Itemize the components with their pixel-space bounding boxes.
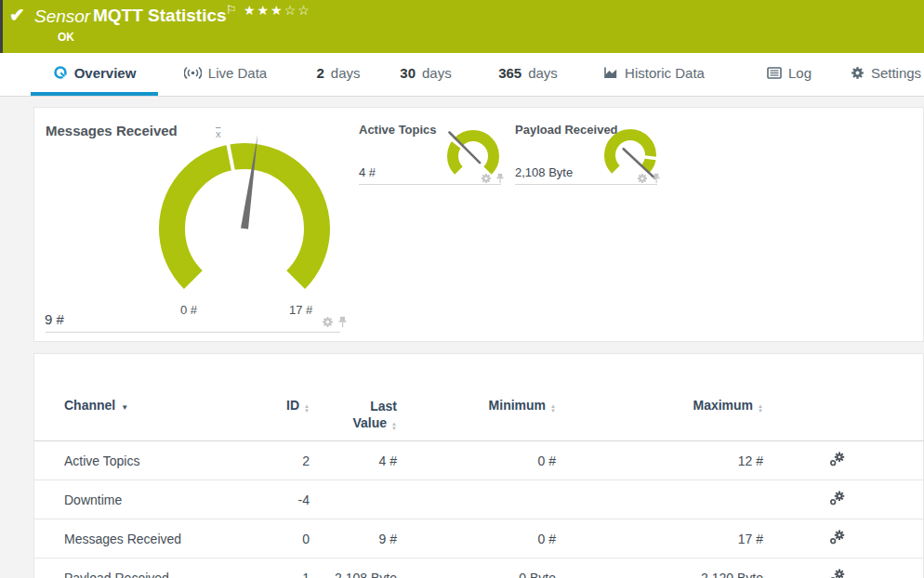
tab-overview-label: Overview (74, 65, 137, 81)
status-check-icon: ✔ (9, 4, 25, 26)
table-row[interactable]: Payload Received 1 2,108 Byte 0 Byte 2,1… (34, 558, 924, 578)
col-header-channel[interactable]: Channel▼ (34, 354, 257, 441)
messages-gauge-value: 9 # (45, 311, 64, 327)
widget-gear-icon[interactable] (322, 316, 334, 328)
messages-gauge (142, 125, 347, 329)
messages-gauge-min-label: 0 # (180, 303, 197, 317)
cell-last-value (313, 480, 402, 519)
tab-overview[interactable]: Overview (31, 53, 158, 96)
col-header-value-label: Value (352, 415, 387, 430)
channel-settings-gears-icon[interactable] (830, 569, 845, 578)
cell-minimum: 0 # (402, 441, 560, 480)
log-list-icon (767, 67, 782, 79)
payload-divider (515, 184, 657, 185)
cell-maximum: 2,120 Byte (560, 558, 769, 578)
sensor-header: ✔ Sensor MQTT Statistics ⚐ ★★★☆☆ OK (0, 0, 924, 53)
col-header-last-label: Last (370, 398, 397, 414)
col-header-last-value[interactable]: LastValue▲▼ (313, 354, 402, 441)
tab-365-days[interactable]: 365 days (491, 53, 565, 96)
tab-bar: Overview Live Data 2 days 30 days 365 da… (0, 53, 924, 97)
tab-settings-label: Settings (871, 65, 921, 81)
tab-log-label: Log (788, 65, 812, 81)
table-header-row: Channel▼ ID▲▼ LastValue▲▼ Minimum▲▼ Maxi… (34, 354, 924, 441)
tab-live-data[interactable]: Live Data (177, 53, 274, 96)
messages-widget-icons (322, 316, 348, 328)
tab-2-days[interactable]: 2 days (312, 53, 364, 96)
cell-maximum: 17 # (560, 519, 769, 558)
col-header-channel-label: Channel (64, 398, 115, 413)
cell-last-value: 9 # (313, 519, 402, 558)
status-badge: OK (58, 31, 74, 44)
tab-365-days-label: days (528, 65, 558, 81)
tab-2-days-num: 2 (316, 65, 323, 81)
cell-channel[interactable]: Downtime (34, 480, 257, 519)
active-topics-value: 4 # (359, 165, 376, 179)
messages-gauge-max-label: 17 # (289, 303, 312, 317)
tab-365-days-num: 365 (498, 65, 521, 81)
tab-30-days[interactable]: 30 days (394, 53, 457, 96)
cell-maximum: 12 # (560, 441, 769, 480)
widget-pin-icon[interactable] (495, 173, 505, 184)
tab-30-days-label: days (422, 65, 452, 81)
cell-minimum: 0 # (402, 519, 560, 558)
table-row[interactable]: Messages Received 0 9 # 0 # 17 # (34, 519, 924, 558)
cell-minimum: 0 Byte (402, 558, 560, 578)
cell-channel[interactable]: Active Topics (34, 441, 257, 480)
stars-empty[interactable]: ☆☆ (284, 3, 311, 18)
tab-settings[interactable]: Settings (848, 53, 924, 96)
widget-gear-icon[interactable] (637, 173, 648, 184)
cell-channel[interactable]: Payload Received (34, 558, 257, 578)
gauges-panel: Messages Received x 0 # 17 # 9 # (33, 107, 924, 342)
tab-30-days-num: 30 (400, 65, 416, 81)
gauge-icon (53, 65, 68, 80)
priority-flag-icon[interactable]: ⚐ (226, 3, 237, 17)
sort-desc-icon: ▼ (121, 403, 128, 412)
col-header-minimum[interactable]: Minimum▲▼ (402, 354, 560, 441)
historic-chart-icon (603, 66, 618, 79)
table-row[interactable]: Active Topics 2 4 # 0 # 12 # (34, 441, 924, 480)
sort-icon: ▲▼ (550, 404, 556, 414)
sort-icon: ▲▼ (758, 404, 763, 414)
channel-settings-gears-icon[interactable] (830, 491, 845, 506)
live-data-icon (184, 66, 202, 80)
cell-minimum (402, 480, 560, 519)
page-title: MQTT Statistics (93, 6, 227, 26)
widget-pin-icon[interactable] (652, 173, 661, 184)
payload-widget-icons (637, 173, 661, 184)
channel-settings-gears-icon[interactable] (830, 452, 845, 466)
payload-value: 2,108 Byte (515, 165, 573, 179)
channel-settings-gears-icon[interactable] (830, 530, 845, 545)
stars-filled[interactable]: ★★★ (244, 3, 284, 18)
table-row[interactable]: Downtime -4 (34, 480, 924, 519)
active-topics-title: Active Topics (359, 123, 437, 137)
sensor-type-label: Sensor (34, 7, 90, 27)
col-header-id[interactable]: ID▲▼ (257, 354, 313, 441)
widget-pin-icon[interactable] (337, 316, 348, 328)
tab-historic-data[interactable]: Historic Data (601, 53, 707, 96)
tab-2-days-label: days (331, 65, 361, 81)
sort-icon: ▲▼ (304, 404, 310, 414)
cell-id: 2 (257, 441, 313, 480)
col-header-maximum-label: Maximum (693, 398, 753, 413)
messages-widget-divider (46, 332, 340, 333)
channels-panel: Channel▼ ID▲▼ LastValue▲▼ Minimum▲▼ Maxi… (33, 353, 924, 578)
col-header-maximum[interactable]: Maximum▲▼ (560, 354, 769, 441)
channels-table: Channel▼ ID▲▼ LastValue▲▼ Minimum▲▼ Maxi… (34, 354, 924, 578)
window-edge (0, 0, 3, 53)
tab-log[interactable]: Log (760, 53, 818, 96)
sort-icon: ▲▼ (391, 422, 397, 431)
cell-last-value: 2,108 Byte (313, 558, 402, 578)
col-header-actions (769, 354, 924, 441)
cell-last-value: 4 # (313, 441, 402, 480)
cell-id: 0 (257, 519, 313, 558)
content-area: Messages Received x 0 # 17 # 9 # (0, 97, 924, 578)
settings-gear-icon (851, 66, 865, 80)
widget-gear-icon[interactable] (481, 173, 492, 184)
tab-live-data-label: Live Data (208, 65, 267, 81)
cell-id: 1 (257, 558, 313, 578)
col-header-minimum-label: Minimum (489, 398, 546, 413)
active-topics-widget-icons (481, 173, 505, 184)
cell-id: -4 (257, 480, 313, 519)
cell-channel[interactable]: Messages Received (34, 519, 257, 558)
priority-stars[interactable]: ★★★☆☆ (244, 3, 311, 18)
